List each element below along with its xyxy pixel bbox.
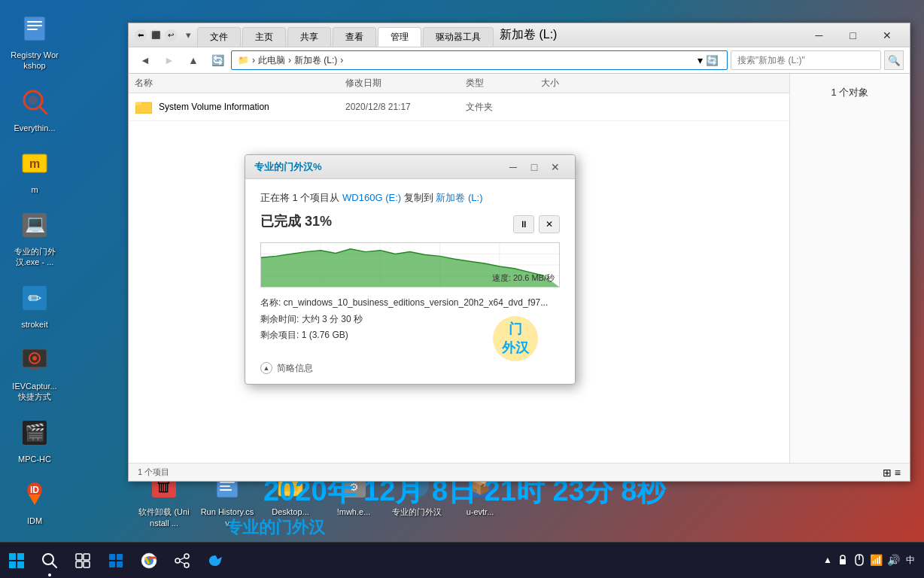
address-dropdown[interactable]: ▾ bbox=[698, 54, 703, 66]
svg-line-82 bbox=[180, 558, 184, 560]
desktop-icon-registry-workshop[interactable]: Registry Workshop bbox=[6, 6, 63, 76]
chrome-icon bbox=[140, 552, 158, 570]
ievcapture-icon bbox=[17, 342, 53, 378]
tab-manage[interactable]: 管理 bbox=[378, 27, 421, 47]
copy-info-line: 正在将 1 个项目从 WD160G (E:) 复制到 新加卷 (L:) bbox=[260, 191, 560, 205]
svg-rect-35 bbox=[220, 482, 235, 483]
dialog-close-btn[interactable]: ✕ bbox=[545, 158, 566, 176]
clock-time: 中 bbox=[906, 554, 915, 567]
svg-rect-71 bbox=[76, 561, 82, 567]
quick-access-btn1[interactable]: ⬅ bbox=[135, 29, 147, 41]
tab-home[interactable]: 主页 bbox=[242, 27, 286, 47]
internet-download-label: IDM bbox=[27, 516, 42, 526]
explorer-titlebar[interactable]: ⬅ ⬛ ↩ ▾ 文件 主页 共享 查看 管理 bbox=[129, 23, 910, 47]
desktop-icon-everything[interactable]: Everythin... bbox=[6, 79, 63, 138]
taskbar-clock[interactable]: 中 bbox=[906, 554, 915, 567]
svg-rect-2 bbox=[27, 25, 42, 26]
minimize-btn[interactable]: ─ bbox=[802, 23, 836, 47]
col-type-header[interactable]: 类型 bbox=[466, 77, 541, 90]
col-size-header[interactable]: 大小 bbox=[541, 77, 616, 90]
desktop-folder-label: Desktop... bbox=[272, 507, 309, 517]
professional-exe-label: 专业的门外 汉.exe - ... bbox=[9, 246, 60, 268]
desktop-icon-internet-download[interactable]: ID IDM bbox=[6, 472, 63, 531]
quick-access-label: ▾ bbox=[186, 29, 191, 41]
copy-from-link[interactable]: WD160G (E:) bbox=[342, 192, 401, 203]
svg-text:⚙: ⚙ bbox=[349, 481, 359, 493]
imwh-label: !mwh.e... bbox=[337, 507, 371, 517]
taskbar-windows-store[interactable] bbox=[99, 543, 132, 579]
svg-text:m: m bbox=[29, 157, 40, 170]
windows-icon bbox=[8, 552, 26, 570]
tray-volume[interactable]: 🔊 bbox=[887, 554, 900, 566]
address-refresh[interactable]: 🔄 bbox=[703, 52, 721, 68]
sys-tray: ▲ 📶 🔊 bbox=[823, 554, 900, 566]
close-btn[interactable]: ✕ bbox=[870, 23, 904, 47]
tab-share[interactable]: 共享 bbox=[287, 27, 331, 47]
tab-drive-tools[interactable]: 驱动器工具 bbox=[423, 27, 494, 47]
file-name-cell: System Volume Information bbox=[159, 102, 345, 112]
desktop-icons-area: Registry Workshop Everythin... m m bbox=[0, 0, 124, 542]
dialog-maximize-btn[interactable]: □ bbox=[524, 158, 545, 176]
copy-to-link[interactable]: 新加卷 (L:) bbox=[436, 192, 482, 203]
taskbar-icon5[interactable] bbox=[166, 543, 199, 579]
time-remaining-value: 大约 3 分 30 秒 bbox=[302, 314, 363, 324]
right-panel: 1 个对象 bbox=[789, 74, 910, 463]
svg-rect-76 bbox=[117, 561, 123, 567]
col-date-header[interactable]: 修改日期 bbox=[345, 77, 466, 90]
copy-details: 名称: cn_windows_10_business_editions_vers… bbox=[260, 295, 560, 344]
desktop-icon-mpc-hc[interactable]: 🎬 MPC-HC bbox=[6, 410, 63, 469]
taskbar-icon6[interactable] bbox=[199, 543, 232, 579]
desktop-icon-strokeit[interactable]: ✏ strokeit bbox=[6, 275, 63, 334]
quick-access-btn2[interactable]: ⬛ bbox=[150, 29, 162, 41]
desktop-icon-professional-exe[interactable]: 💻 专业的门外 汉.exe - ... bbox=[6, 202, 63, 272]
svg-text:✏: ✏ bbox=[28, 289, 42, 308]
file-date-cell: 2020/12/8 21:17 bbox=[345, 102, 466, 112]
tab-view[interactable]: 查看 bbox=[333, 27, 376, 47]
taskbar-task-view[interactable] bbox=[66, 543, 99, 579]
store-icon bbox=[108, 552, 124, 569]
taskbar-search[interactable] bbox=[33, 543, 66, 579]
stop-btn[interactable]: ✕ bbox=[539, 215, 560, 233]
svg-rect-66 bbox=[17, 561, 24, 568]
svg-text:ID: ID bbox=[30, 485, 39, 495]
dialog-minimize-btn[interactable]: ─ bbox=[503, 158, 524, 176]
status-right: ⊞ ≡ bbox=[883, 467, 901, 479]
bird-icon bbox=[207, 552, 223, 569]
desktop-icon-m[interactable]: m m bbox=[6, 141, 63, 199]
quick-access-btn3[interactable]: ↩ bbox=[165, 29, 177, 41]
search-btn[interactable]: 🔍 bbox=[884, 50, 904, 70]
svg-point-15 bbox=[32, 356, 37, 360]
copy-items-row: 剩余项目: 1 (3.76 GB) bbox=[260, 327, 560, 344]
pause-btn[interactable]: ⏸ bbox=[513, 215, 534, 233]
svg-line-83 bbox=[180, 561, 184, 564]
status-count: 1 个项目 bbox=[138, 467, 169, 478]
toggle-label: 简略信息 bbox=[277, 362, 313, 375]
address-bar: ◄ ► ▲ 🔄 📁 › 此电脑 › 新加卷 (L:) › ▾ 🔄 🔍 bbox=[129, 47, 910, 74]
copy-footer: ▲ 简略信息 bbox=[245, 356, 575, 384]
copy-action-prefix: 正在将 1 个项目从 bbox=[260, 192, 342, 203]
toggle-details-btn[interactable]: ▲ 简略信息 bbox=[260, 362, 313, 375]
evtr-label: u-evtr... bbox=[467, 507, 494, 517]
taskbar-pinned bbox=[33, 543, 232, 579]
toggle-arrow-icon: ▲ bbox=[260, 362, 272, 374]
taskbar-chrome[interactable] bbox=[132, 543, 166, 579]
view-grid-btn[interactable]: ⊞ bbox=[883, 467, 892, 479]
dialog-title-text: 专业的门外汉% bbox=[254, 160, 503, 174]
desktop-icon-ievacpture[interactable]: IEVCaptur... 快捷方式 bbox=[6, 337, 63, 407]
taskbar-start-btn[interactable] bbox=[0, 543, 33, 579]
tray-chevron[interactable]: ▲ bbox=[823, 555, 832, 565]
tab-file[interactable]: 文件 bbox=[197, 27, 241, 47]
search-input[interactable] bbox=[731, 50, 881, 70]
up-btn[interactable]: ▲ bbox=[183, 50, 204, 70]
refresh-btn[interactable]: 🔄 bbox=[207, 50, 228, 70]
forward-btn[interactable]: ► bbox=[159, 50, 180, 70]
address-path[interactable]: 📁 › 此电脑 › 新加卷 (L:) › ▾ 🔄 bbox=[231, 50, 728, 70]
table-row[interactable]: System Volume Information 2020/12/8 21:1… bbox=[129, 93, 789, 121]
col-name-header[interactable]: 名称 bbox=[135, 77, 345, 90]
svg-rect-65 bbox=[9, 561, 16, 568]
maximize-btn[interactable]: □ bbox=[836, 23, 870, 47]
view-list-btn[interactable]: ≡ bbox=[895, 467, 901, 479]
copy-dialog: 专业的门外汉% ─ □ ✕ 正在将 1 个项目从 WD160G (E:) 复制到… bbox=[245, 154, 576, 385]
back-btn[interactable]: ◄ bbox=[135, 50, 156, 70]
everything-icon bbox=[17, 84, 53, 120]
